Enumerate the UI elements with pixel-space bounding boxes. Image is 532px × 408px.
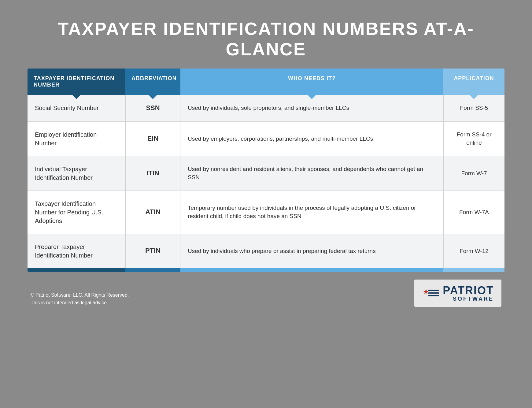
table-row: Social Security Number SSN Used by indiv… (28, 95, 504, 122)
row5-abbreviation: PTIN (125, 234, 180, 268)
row4-abbreviation: ATIN (125, 191, 180, 234)
disclaimer-text: This is not intended as legal advice. (31, 299, 129, 307)
logo-wrapper: PATRIOT SOFTWARE (414, 280, 501, 307)
footer-bar-who (180, 268, 443, 272)
table-row: Taxpayer Identification Number for Pendi… (28, 191, 504, 234)
row3-tin: Individual Taxpayer Identification Numbe… (28, 156, 125, 191)
main-title: TAXPAYER IDENTIFICATION NUMBERS AT-A-GLA… (34, 18, 498, 59)
row3-who: Used by nonresident and resident aliens,… (180, 156, 443, 191)
row2-abbreviation: EIN (125, 122, 180, 156)
row5-application: Form W-12 (443, 234, 504, 268)
patriot-logo: PATRIOT SOFTWARE (422, 284, 494, 302)
row4-who: Temporary number used by individuals in … (180, 191, 443, 234)
row2-application: Form SS-4 or online (443, 122, 504, 156)
row5-tin: Preparer Taxpayer Identification Number (28, 234, 125, 268)
row2-who: Used by employers, corporations, partner… (180, 122, 443, 156)
table-row: Employer Identification Number EIN Used … (28, 122, 504, 156)
row2-tin: Employer Identification Number (28, 122, 125, 156)
logo-software-text: SOFTWARE (443, 296, 494, 302)
footer-bar-tin (28, 268, 125, 272)
table-body: Social Security Number SSN Used by indiv… (28, 95, 504, 268)
logo-svg (422, 288, 439, 299)
footer-bar-abbrev (125, 268, 180, 272)
title-section: TAXPAYER IDENTIFICATION NUMBERS AT-A-GLA… (28, 9, 504, 65)
bottom-section: © Patriot Software, LLC. All Rights Rese… (28, 272, 504, 310)
table-wrapper: TAXPAYER IDENTIFICATION NUMBER ABBREVIAT… (28, 69, 504, 272)
logo-text-group: PATRIOT SOFTWARE (443, 284, 494, 302)
row5-who: Used by individuals who prepare or assis… (180, 234, 443, 268)
table-row: Preparer Taxpayer Identification Number … (28, 234, 504, 268)
footer-bar-app (443, 268, 504, 272)
header-tin: TAXPAYER IDENTIFICATION NUMBER (28, 69, 125, 95)
row4-tin: Taxpayer Identification Number for Pendi… (28, 191, 125, 234)
header-who-needs-it: WHO NEEDS IT? (180, 69, 443, 95)
row4-application: Form W-7A (443, 191, 504, 234)
row3-application: Form W-7 (443, 156, 504, 191)
table-footer-bar (28, 268, 504, 272)
patriot-logo-row: PATRIOT SOFTWARE (422, 284, 494, 302)
copyright-text: © Patriot Software, LLC. All Rights Rese… (31, 291, 129, 299)
row3-abbreviation: ITIN (125, 156, 180, 191)
header-abbreviation: ABBREVIATION (125, 69, 180, 95)
copyright-container: © Patriot Software, LLC. All Rights Rese… (31, 291, 129, 307)
table-row: Individual Taxpayer Identification Numbe… (28, 156, 504, 191)
table-header: TAXPAYER IDENTIFICATION NUMBER ABBREVIAT… (28, 69, 504, 95)
svg-marker-0 (423, 289, 429, 294)
logo-patriot-text: PATRIOT (443, 284, 494, 297)
main-container: TAXPAYER IDENTIFICATION NUMBERS AT-A-GLA… (28, 9, 504, 310)
logo-icon (422, 288, 439, 299)
header-application: APPLICATION (443, 69, 504, 95)
